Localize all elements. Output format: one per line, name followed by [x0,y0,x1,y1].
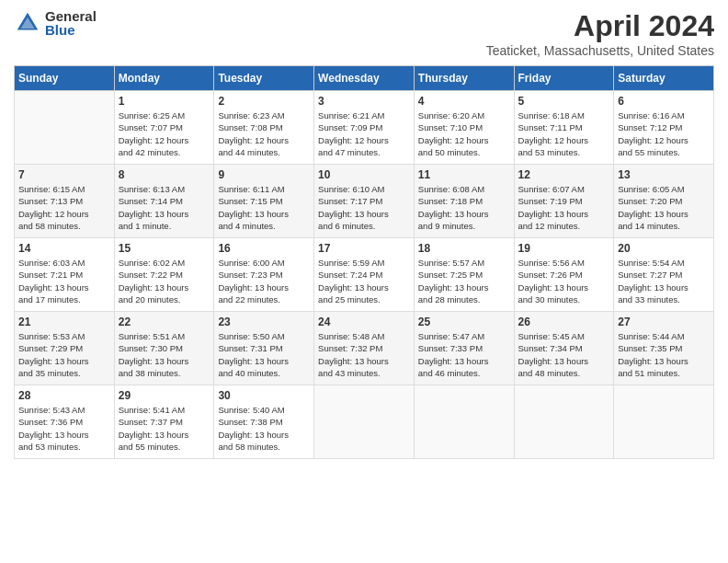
day-info: Sunrise: 5:41 AM Sunset: 7:37 PM Dayligh… [119,404,210,453]
weekday-header-thursday: Thursday [414,66,514,91]
day-info: Sunrise: 5:51 AM Sunset: 7:30 PM Dayligh… [119,330,210,379]
calendar-cell: 11Sunrise: 6:08 AM Sunset: 7:18 PM Dayli… [414,165,514,238]
day-info: Sunrise: 5:56 AM Sunset: 7:26 PM Dayligh… [518,257,610,305]
location-subtitle: Teaticket, Massachusetts, United States [486,43,714,58]
calendar-cell: 6Sunrise: 6:16 AM Sunset: 7:12 PM Daylig… [614,91,714,165]
logo-text: General Blue [45,9,97,37]
calendar-cell: 27Sunrise: 5:44 AM Sunset: 7:35 PM Dayli… [614,312,714,385]
calendar-cell [614,385,714,459]
logo-blue-text: Blue [45,23,97,37]
day-number: 24 [318,316,410,328]
day-number: 20 [618,242,710,255]
calendar-table: SundayMondayTuesdayWednesdayThursdayFrid… [14,65,714,459]
day-number: 13 [618,168,710,181]
calendar-week-row: 7Sunrise: 6:15 AM Sunset: 7:13 PM Daylig… [15,165,714,238]
calendar-cell: 4Sunrise: 6:20 AM Sunset: 7:10 PM Daylig… [414,91,514,165]
calendar-cell: 8Sunrise: 6:13 AM Sunset: 7:14 PM Daylig… [114,165,214,238]
logo: General Blue [14,9,97,37]
day-info: Sunrise: 5:57 AM Sunset: 7:25 PM Dayligh… [418,257,510,305]
weekday-header-monday: Monday [114,66,214,91]
calendar-cell: 12Sunrise: 6:07 AM Sunset: 7:19 PM Dayli… [514,165,614,238]
day-number: 16 [218,242,310,255]
calendar-cell: 19Sunrise: 5:56 AM Sunset: 7:26 PM Dayli… [514,238,614,312]
day-info: Sunrise: 5:40 AM Sunset: 7:38 PM Dayligh… [218,404,310,453]
day-number: 6 [618,95,710,108]
logo-icon [14,9,41,37]
day-info: Sunrise: 5:44 AM Sunset: 7:35 PM Dayligh… [618,330,710,379]
calendar-cell: 7Sunrise: 6:15 AM Sunset: 7:13 PM Daylig… [15,165,115,238]
day-info: Sunrise: 5:48 AM Sunset: 7:32 PM Dayligh… [318,330,410,379]
calendar-week-row: 21Sunrise: 5:53 AM Sunset: 7:29 PM Dayli… [15,312,714,385]
day-info: Sunrise: 6:02 AM Sunset: 7:22 PM Dayligh… [119,257,210,305]
day-info: Sunrise: 6:23 AM Sunset: 7:08 PM Dayligh… [218,109,310,158]
calendar-cell: 26Sunrise: 5:45 AM Sunset: 7:34 PM Dayli… [514,312,614,385]
day-info: Sunrise: 6:05 AM Sunset: 7:20 PM Dayligh… [618,183,710,232]
page-header: General Blue April 2024 Teaticket, Massa… [14,9,714,58]
day-number: 1 [119,95,210,108]
day-info: Sunrise: 6:03 AM Sunset: 7:21 PM Dayligh… [18,257,110,305]
day-info: Sunrise: 6:11 AM Sunset: 7:15 PM Dayligh… [218,183,310,232]
day-number: 26 [518,316,610,328]
calendar-cell: 1Sunrise: 6:25 AM Sunset: 7:07 PM Daylig… [114,91,214,165]
calendar-cell: 10Sunrise: 6:10 AM Sunset: 7:17 PM Dayli… [314,165,415,238]
calendar-cell [514,385,614,459]
day-number: 18 [418,242,510,255]
weekday-header-tuesday: Tuesday [214,66,314,91]
weekday-header-wednesday: Wednesday [314,66,415,91]
calendar-week-row: 1Sunrise: 6:25 AM Sunset: 7:07 PM Daylig… [15,91,714,165]
calendar-cell [314,385,415,459]
day-number: 3 [318,95,410,108]
day-number: 12 [518,168,610,181]
day-number: 28 [18,389,110,402]
calendar-cell: 15Sunrise: 6:02 AM Sunset: 7:22 PM Dayli… [114,238,214,312]
calendar-week-row: 28Sunrise: 5:43 AM Sunset: 7:36 PM Dayli… [15,385,714,459]
day-number: 4 [418,95,510,108]
day-info: Sunrise: 6:07 AM Sunset: 7:19 PM Dayligh… [518,183,610,232]
day-number: 29 [119,389,210,402]
calendar-cell: 9Sunrise: 6:11 AM Sunset: 7:15 PM Daylig… [214,165,314,238]
day-number: 9 [218,168,310,181]
calendar-cell: 23Sunrise: 5:50 AM Sunset: 7:31 PM Dayli… [214,312,314,385]
calendar-cell: 13Sunrise: 6:05 AM Sunset: 7:20 PM Dayli… [614,165,714,238]
calendar-cell: 30Sunrise: 5:40 AM Sunset: 7:38 PM Dayli… [214,385,314,459]
calendar-cell: 5Sunrise: 6:18 AM Sunset: 7:11 PM Daylig… [514,91,614,165]
day-number: 14 [18,242,110,255]
day-number: 19 [518,242,610,255]
day-info: Sunrise: 6:16 AM Sunset: 7:12 PM Dayligh… [618,109,710,158]
day-info: Sunrise: 5:45 AM Sunset: 7:34 PM Dayligh… [518,330,610,379]
calendar-cell: 3Sunrise: 6:21 AM Sunset: 7:09 PM Daylig… [314,91,415,165]
weekday-header-saturday: Saturday [614,66,714,91]
logo-general-text: General [45,9,97,23]
title-area: April 2024 Teaticket, Massachusetts, Uni… [486,9,714,58]
day-info: Sunrise: 6:18 AM Sunset: 7:11 PM Dayligh… [518,109,610,158]
day-info: Sunrise: 5:43 AM Sunset: 7:36 PM Dayligh… [18,404,110,453]
day-info: Sunrise: 6:13 AM Sunset: 7:14 PM Dayligh… [119,183,210,232]
day-number: 30 [218,389,310,402]
calendar-week-row: 14Sunrise: 6:03 AM Sunset: 7:21 PM Dayli… [15,238,714,312]
day-info: Sunrise: 5:47 AM Sunset: 7:33 PM Dayligh… [418,330,510,379]
day-number: 25 [418,316,510,328]
calendar-cell: 24Sunrise: 5:48 AM Sunset: 7:32 PM Dayli… [314,312,415,385]
day-number: 15 [119,242,210,255]
day-number: 21 [18,316,110,328]
day-info: Sunrise: 5:53 AM Sunset: 7:29 PM Dayligh… [18,330,110,379]
day-number: 23 [218,316,310,328]
day-number: 11 [418,168,510,181]
calendar-cell: 20Sunrise: 5:54 AM Sunset: 7:27 PM Dayli… [614,238,714,312]
calendar-cell: 22Sunrise: 5:51 AM Sunset: 7:30 PM Dayli… [114,312,214,385]
day-number: 10 [318,168,410,181]
month-title: April 2024 [486,9,714,43]
day-number: 22 [119,316,210,328]
day-number: 2 [218,95,310,108]
calendar-cell: 21Sunrise: 5:53 AM Sunset: 7:29 PM Dayli… [15,312,115,385]
calendar-cell: 17Sunrise: 5:59 AM Sunset: 7:24 PM Dayli… [314,238,415,312]
day-number: 27 [618,316,710,328]
weekday-header-sunday: Sunday [15,66,115,91]
day-number: 5 [518,95,610,108]
calendar-cell: 29Sunrise: 5:41 AM Sunset: 7:37 PM Dayli… [114,385,214,459]
day-number: 17 [318,242,410,255]
day-info: Sunrise: 5:54 AM Sunset: 7:27 PM Dayligh… [618,257,710,305]
day-number: 7 [18,168,110,181]
day-info: Sunrise: 6:15 AM Sunset: 7:13 PM Dayligh… [18,183,110,232]
calendar-cell: 25Sunrise: 5:47 AM Sunset: 7:33 PM Dayli… [414,312,514,385]
